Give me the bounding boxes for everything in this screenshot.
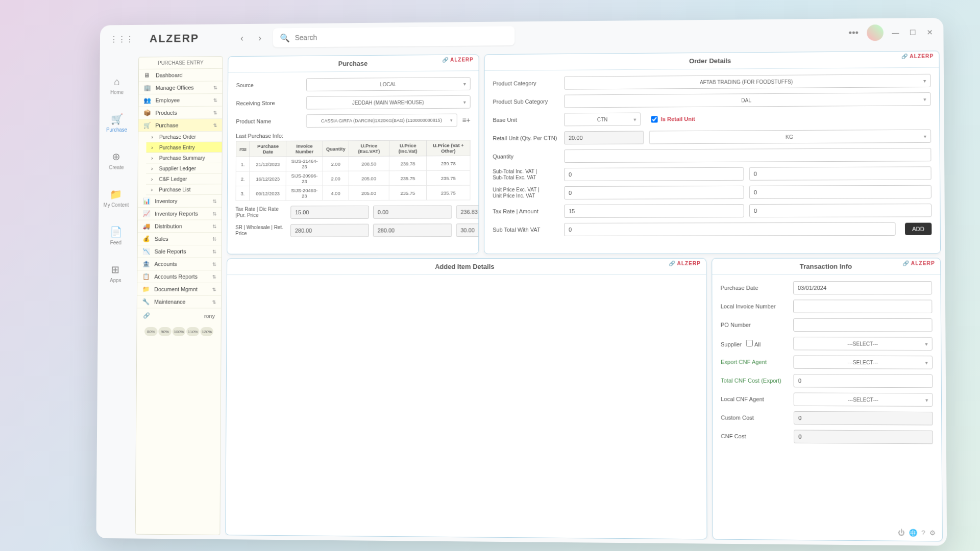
- sidebar-item-accounts[interactable]: 🏦Accounts⇅: [137, 258, 221, 270]
- power-icon[interactable]: ⏻: [898, 529, 904, 536]
- table-cell: 4.00: [323, 186, 349, 201]
- close-icon[interactable]: ✕: [927, 28, 933, 36]
- table-row: 2.16/12/2023SIJS-20996-232.00205.00235.7…: [236, 170, 470, 186]
- rail-item-purchase[interactable]: 🛒Purchase: [103, 110, 130, 136]
- purchase-date-label: Purchase Date: [721, 285, 788, 291]
- zoom-120%[interactable]: 120%: [200, 327, 213, 336]
- category-select[interactable]: AFTAB TRADING (FOR FOODSTUFFS): [564, 74, 930, 90]
- po-input[interactable]: [793, 318, 933, 332]
- minimize-icon[interactable]: —: [892, 29, 899, 37]
- sidebar: PURCHASE ENTRY 🖥Dashboard🏢Manage Offices…: [135, 56, 223, 535]
- sidebar-item-employee[interactable]: 👥Employee⇅: [139, 94, 223, 107]
- table-header: U.Price (Exc.VAT): [349, 140, 389, 156]
- more-icon[interactable]: •••: [849, 28, 859, 38]
- chevron-icon: ⇅: [213, 110, 217, 115]
- export-agent-label: Export CNF Agent: [721, 359, 788, 365]
- base-unit-select[interactable]: CTN: [564, 113, 641, 127]
- add-button[interactable]: ADD: [905, 223, 932, 235]
- sidebar-icon: 💰: [142, 235, 151, 242]
- lastinfo-label: Last Purchase Info:: [236, 132, 470, 139]
- sidebar-item-inventory[interactable]: 📊Inventory⇅: [138, 195, 222, 208]
- source-select[interactable]: LOCAL: [306, 77, 471, 91]
- nav-forward-icon[interactable]: ›: [253, 31, 267, 45]
- subtotal-label: Sub-Total Inc. VAT |Sub-Total Exc. VAT: [493, 168, 559, 181]
- sidebar-subitem-supplier-ledger[interactable]: ›Supplier Ledger: [146, 163, 222, 174]
- sidebar-label: Inventory Reports: [155, 211, 198, 217]
- nav-back-icon[interactable]: ‹: [235, 31, 249, 45]
- settings-icon[interactable]: ⚙: [929, 529, 936, 537]
- table-header: U.Price (Vat + Other): [427, 140, 470, 156]
- export-agent-select[interactable]: ---SELECT---: [793, 356, 933, 369]
- store-select[interactable]: JEDDAH (MAIN WAREHOUSE): [306, 95, 471, 110]
- rail-item-apps[interactable]: ⊞Apps: [107, 261, 124, 286]
- maximize-icon[interactable]: ☐: [910, 28, 916, 36]
- supplier-all-checkbox[interactable]: [746, 340, 753, 346]
- subcategory-select[interactable]: DAL: [564, 92, 931, 108]
- sidebar-sublabel: Purchase List: [159, 186, 190, 192]
- sidebar-item-distribution[interactable]: 🚚Distribution⇅: [138, 220, 222, 233]
- retail-checkbox[interactable]: [651, 116, 658, 122]
- sidebar-subitem-purchase-entry[interactable]: ›Purchase Entry: [146, 142, 222, 153]
- sidebar-item-maintenance[interactable]: 🔧Maintenance⇅: [137, 296, 221, 309]
- sidebar-item-dashboard[interactable]: 🖥Dashboard: [139, 69, 223, 82]
- search-box[interactable]: 🔍: [273, 26, 514, 47]
- taxamount-input[interactable]: [749, 204, 932, 217]
- table-header: Quantity: [323, 141, 349, 157]
- retail-qty-input: [564, 131, 644, 145]
- unitprice-exc-input[interactable]: [564, 186, 744, 199]
- zoom-100%[interactable]: 100%: [173, 327, 186, 336]
- apps-grid-icon[interactable]: ⋮⋮⋮: [110, 34, 134, 44]
- panel-added-items: 🔗 ALZERP Added Item Details: [225, 258, 707, 540]
- sidebar-item-document-mgmnt[interactable]: 📁Document Mgmnt⇅: [137, 283, 221, 296]
- globe-icon[interactable]: 🌐: [909, 529, 917, 536]
- quantity-input[interactable]: [564, 148, 931, 163]
- avatar[interactable]: [867, 24, 884, 41]
- sidebar-subitem-purchase-summary[interactable]: ›Purchase Summary: [146, 153, 222, 163]
- sidebar-item-sales[interactable]: 💰Sales⇅: [138, 233, 222, 245]
- zoom-80%[interactable]: 80%: [144, 327, 157, 336]
- sidebar-label: Document Mgmnt: [154, 286, 198, 292]
- table-cell: 1.: [236, 157, 250, 171]
- tax-label: Tax Rate | Dic Rate |Pur. Price: [235, 206, 285, 218]
- sidebar-item-products[interactable]: 📦Products⇅: [138, 107, 222, 120]
- help-icon[interactable]: ?: [921, 529, 925, 537]
- table-cell: 21/12/2023: [250, 157, 286, 171]
- unitprice-inc-input[interactable]: [749, 185, 932, 199]
- supplier-select[interactable]: ---SELECT---: [793, 337, 933, 350]
- product-select[interactable]: CASSIA GIRFA (DARCINI)1X20KG(BAG) (11000…: [306, 114, 457, 128]
- subtotal-vat-input[interactable]: [564, 222, 895, 236]
- total-cnf-input[interactable]: [794, 374, 933, 388]
- rail-item-create[interactable]: ⊕Create: [106, 147, 127, 173]
- invoice-input[interactable]: [793, 299, 932, 313]
- taxrate-input[interactable]: [564, 204, 744, 218]
- chevron-icon: ⇅: [213, 122, 217, 128]
- rail-item-my-content[interactable]: 📁My Content: [101, 185, 132, 211]
- subtotal-inc-input[interactable]: [564, 167, 744, 181]
- sidebar-icon: 👥: [143, 97, 152, 104]
- sidebar-icon: 🔧: [142, 298, 151, 306]
- local-agent-select[interactable]: ---SELECT---: [794, 392, 933, 407]
- subtotal-exc-input[interactable]: [749, 166, 932, 180]
- sidebar-item-purchase[interactable]: 🛒Purchase⇅: [138, 119, 222, 132]
- zoom-90%[interactable]: 90%: [158, 327, 172, 336]
- zoom-110%[interactable]: 110%: [186, 327, 200, 336]
- wholesale-input: [373, 223, 452, 237]
- sidebar-sublabel: Purchase Entry: [159, 144, 195, 151]
- add-product-icon[interactable]: ≡+: [462, 116, 470, 124]
- sidebar-item-inventory-reports[interactable]: 📈Inventory Reports⇅: [138, 208, 222, 220]
- search-input[interactable]: [295, 32, 508, 41]
- purchase-date-input[interactable]: [793, 281, 932, 294]
- sidebar-subitem-c&f-ledger[interactable]: ›C&F Ledger: [146, 174, 222, 185]
- sidebar-subitem-purchase-list[interactable]: ›Purchase List: [146, 184, 222, 195]
- sidebar-sublabel: Purchase Order: [159, 134, 196, 140]
- rail-icon: ⊞: [111, 263, 120, 276]
- sidebar-item-manage-offices[interactable]: 🏢Manage Offices⇅: [139, 81, 223, 94]
- rail-item-home[interactable]: ⌂Home: [107, 73, 127, 98]
- quantity-label: Quantity: [493, 153, 559, 160]
- sidebar-subitem-purchase-order[interactable]: ›Purchase Order: [146, 132, 222, 142]
- sidebar-item-sale-reports[interactable]: 📉Sale Reports⇅: [137, 245, 221, 258]
- retail-unit-select[interactable]: KG: [649, 130, 932, 144]
- sidebar-icon: 🖥: [144, 72, 152, 79]
- sidebar-item-accounts-reports[interactable]: 📋Accounts Reports⇅: [137, 270, 221, 283]
- rail-item-feed[interactable]: 📄Feed: [107, 223, 125, 248]
